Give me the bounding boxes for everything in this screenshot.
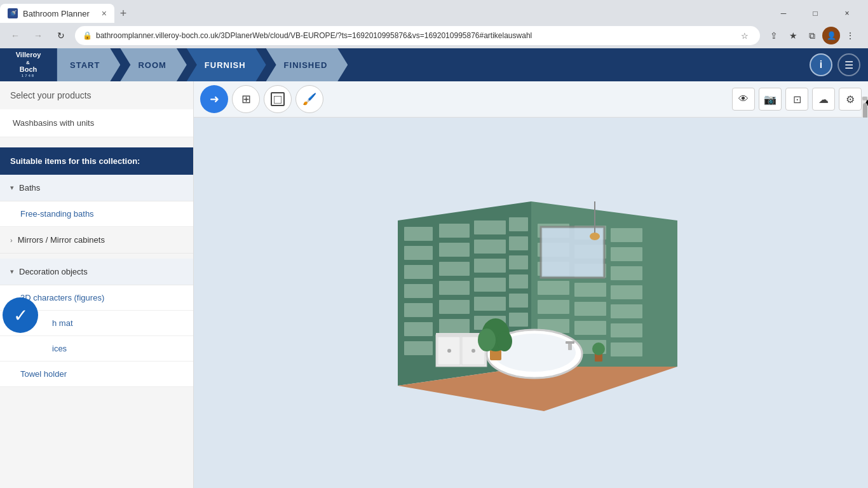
tile [509, 255, 528, 269]
mirrors-label: Mirrors / Mirror cabinets [18, 235, 105, 245]
catalog-tool-button[interactable]: ⊞ [232, 85, 260, 113]
close-window-button[interactable]: × [832, 4, 862, 23]
brand-logo: Villeroy & Boch 1748 [16, 51, 41, 78]
share-icon[interactable]: ⇪ [765, 27, 783, 44]
washbasins-item[interactable]: Washbasins with units [0, 109, 193, 137]
extensions-icon[interactable]: ⋮ [841, 27, 859, 44]
step-room[interactable]: ROOM [120, 48, 186, 81]
baths-category[interactable]: Baths [0, 175, 193, 201]
bath-mat-label: h mat [52, 318, 73, 328]
app-container: Villeroy & Boch 1748 START ROOM FURNISH … [0, 48, 868, 488]
back-tile [611, 342, 642, 356]
back-tile [538, 300, 569, 314]
security-lock-icon: 🔒 [83, 31, 92, 40]
tile [404, 303, 433, 317]
step-furnish[interactable]: FURNISH [187, 48, 266, 81]
mirrors-category[interactable]: Mirrors / Mirror cabinets [0, 227, 193, 254]
navigate-tool-button[interactable]: ➜ [200, 85, 228, 113]
3d-viewport [194, 118, 868, 488]
bookmark-star-icon[interactable]: ★ [784, 27, 802, 44]
info-button[interactable]: i [810, 53, 832, 76]
catalog-icon: ⊞ [241, 92, 251, 106]
forward-button[interactable]: → [29, 27, 47, 44]
tab-favicon: 🚿 [8, 8, 18, 18]
bath-mat-item[interactable]: ✓ h mat [0, 311, 193, 336]
layout-view-button[interactable]: ⊡ [785, 88, 808, 111]
tile [404, 284, 433, 298]
door-handle-right [471, 349, 475, 353]
step-start[interactable]: START [57, 48, 120, 81]
tile [439, 300, 470, 314]
screenshot-icon: 📷 [764, 93, 776, 105]
navigate-icon: ➜ [210, 92, 219, 106]
baths-label: Baths [19, 183, 40, 193]
minimize-button[interactable]: ─ [769, 4, 798, 23]
toolbar-row: ➜ ⊞ □ 🖌️ 👁 📷 [194, 81, 868, 118]
sidebar-inner: Washbasins with units Suitable items for… [0, 109, 193, 488]
plant-leaf-left [478, 329, 496, 351]
sidebar: Select your products Washbasins with uni… [0, 81, 194, 488]
tile [404, 265, 433, 279]
browser-chrome: 🚿 Bathroom Planner × + ─ □ × ← → ↻ 🔒 bat… [0, 0, 868, 48]
door-handle-left [447, 349, 451, 353]
pendant-light [590, 233, 600, 240]
free-standing-baths-item[interactable]: Free-standing baths [0, 201, 193, 227]
shield-icon: ✓ [13, 305, 28, 326]
baths-chevron-icon [10, 184, 14, 192]
tile [439, 262, 470, 276]
cloud-button[interactable]: ☁ [812, 88, 835, 111]
tile [474, 240, 506, 254]
url-bar[interactable]: 🔒 bathroomplanner.villeroy-boch.co.uk/3D… [75, 26, 760, 45]
tile [509, 236, 528, 250]
free-standing-baths-label: Free-standing baths [20, 209, 94, 219]
tile [404, 227, 433, 241]
paint-tool-button[interactable]: 🖌️ [295, 85, 323, 113]
back-tile [611, 228, 642, 242]
person-view-button[interactable]: 👁 [732, 88, 755, 111]
small-plant [592, 342, 605, 355]
back-tile [611, 323, 642, 337]
measure-icon: □ [271, 92, 285, 106]
tile [474, 220, 506, 234]
brand-name-bottom: Boch [16, 65, 41, 74]
tile [439, 319, 470, 333]
decoration-category[interactable]: Decoration objects [0, 259, 193, 285]
settings-button[interactable]: ⚙ [839, 88, 862, 111]
back-tile [611, 266, 642, 280]
towel-holder-item[interactable]: Towel holder [0, 362, 193, 387]
bookmark-icon[interactable]: ☆ [737, 28, 752, 43]
window-controls: ─ □ × [769, 4, 868, 23]
accessories-item[interactable]: ices [0, 336, 193, 362]
sidebar-header: Select your products [0, 81, 193, 109]
profile-button[interactable]: 👤 [822, 27, 840, 44]
back-tile [574, 283, 606, 297]
right-panel: ➜ ⊞ □ 🖌️ 👁 📷 [194, 81, 868, 488]
tile [439, 281, 470, 295]
tile [474, 278, 506, 292]
brand-ampersand: & [16, 60, 41, 66]
new-tab-button[interactable]: + [114, 4, 132, 22]
tab-close-button[interactable]: × [102, 8, 107, 18]
measure-tool-button[interactable]: □ [264, 85, 292, 113]
split-screen-icon[interactable]: ⧉ [803, 27, 821, 44]
active-tab[interactable]: 🚿 Bathroom Planner × [0, 4, 114, 23]
app-body: Select your products Washbasins with uni… [0, 81, 868, 488]
decoration-label: Decoration objects [19, 267, 88, 276]
3d-characters-label: 3D characters (figures) [20, 293, 104, 302]
back-tile [611, 247, 642, 261]
tab-title: Bathroom Planner [23, 9, 90, 18]
maximize-button[interactable]: □ [801, 4, 830, 23]
url-text: bathroomplanner.villeroy-boch.co.uk/3DPl… [96, 31, 733, 40]
faucet-handle [566, 341, 574, 344]
cloud-icon: ☁ [818, 93, 829, 105]
screenshot-button[interactable]: 📷 [759, 88, 782, 111]
reload-button[interactable]: ↻ [52, 27, 70, 44]
steps-container: START ROOM FURNISH FINISHED [57, 48, 810, 81]
tile [509, 294, 528, 308]
tile [439, 224, 470, 238]
menu-button[interactable]: ☰ [837, 53, 860, 76]
decoration-chevron-icon [10, 268, 14, 276]
brand-year: 1748 [16, 74, 41, 78]
step-finished[interactable]: FINISHED [266, 48, 348, 81]
back-button[interactable]: ← [6, 27, 24, 44]
